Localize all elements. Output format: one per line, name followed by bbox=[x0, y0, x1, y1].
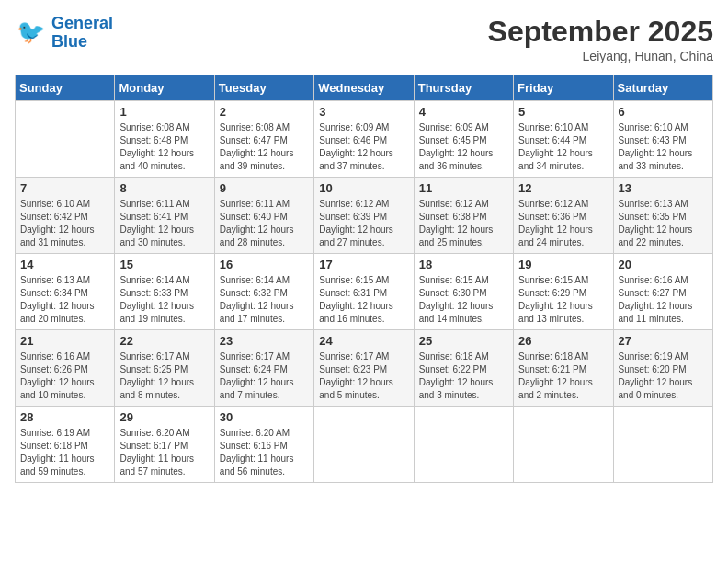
calendar-cell: 16Sunrise: 6:14 AM Sunset: 6:32 PM Dayli… bbox=[214, 254, 313, 330]
day-number: 8 bbox=[119, 181, 209, 195]
calendar-cell bbox=[613, 407, 712, 483]
calendar-cell: 6Sunrise: 6:10 AM Sunset: 6:43 PM Daylig… bbox=[613, 101, 712, 178]
day-info: Sunrise: 6:19 AM Sunset: 6:18 PM Dayligh… bbox=[20, 427, 109, 478]
day-info: Sunrise: 6:12 AM Sunset: 6:39 PM Dayligh… bbox=[319, 198, 408, 249]
logo: 🐦 General Blue bbox=[15, 15, 113, 52]
day-info: Sunrise: 6:20 AM Sunset: 6:16 PM Dayligh… bbox=[220, 427, 309, 478]
day-number: 25 bbox=[419, 334, 508, 348]
day-number: 21 bbox=[20, 334, 109, 348]
column-header-thursday: Thursday bbox=[414, 75, 513, 101]
calendar-cell: 28Sunrise: 6:19 AM Sunset: 6:18 PM Dayli… bbox=[16, 407, 115, 483]
calendar-cell: 17Sunrise: 6:15 AM Sunset: 6:31 PM Dayli… bbox=[314, 254, 414, 330]
day-info: Sunrise: 6:17 AM Sunset: 6:24 PM Dayligh… bbox=[220, 350, 309, 402]
calendar-cell bbox=[414, 407, 513, 483]
day-info: Sunrise: 6:13 AM Sunset: 6:35 PM Dayligh… bbox=[619, 198, 708, 249]
column-header-wednesday: Wednesday bbox=[314, 75, 414, 101]
day-number: 29 bbox=[119, 410, 209, 424]
day-info: Sunrise: 6:16 AM Sunset: 6:26 PM Dayligh… bbox=[20, 350, 109, 402]
day-number: 18 bbox=[419, 258, 508, 271]
day-info: Sunrise: 6:15 AM Sunset: 6:31 PM Dayligh… bbox=[319, 274, 408, 326]
day-info: Sunrise: 6:16 AM Sunset: 6:27 PM Dayligh… bbox=[619, 274, 708, 326]
day-info: Sunrise: 6:08 AM Sunset: 6:47 PM Dayligh… bbox=[220, 121, 309, 173]
day-info: Sunrise: 6:13 AM Sunset: 6:34 PM Dayligh… bbox=[20, 274, 109, 326]
logo-line2: Blue bbox=[51, 32, 87, 51]
calendar-cell: 9Sunrise: 6:11 AM Sunset: 6:40 PM Daylig… bbox=[214, 178, 313, 254]
day-info: Sunrise: 6:14 AM Sunset: 6:33 PM Dayligh… bbox=[119, 274, 209, 326]
calendar-week-3: 14Sunrise: 6:13 AM Sunset: 6:34 PM Dayli… bbox=[16, 254, 713, 330]
day-number: 19 bbox=[518, 258, 608, 271]
day-info: Sunrise: 6:14 AM Sunset: 6:32 PM Dayligh… bbox=[220, 274, 309, 326]
logo-text: General Blue bbox=[51, 15, 113, 52]
calendar-cell: 25Sunrise: 6:18 AM Sunset: 6:22 PM Dayli… bbox=[414, 330, 513, 407]
day-info: Sunrise: 6:10 AM Sunset: 6:43 PM Dayligh… bbox=[619, 121, 708, 173]
day-info: Sunrise: 6:15 AM Sunset: 6:30 PM Dayligh… bbox=[419, 274, 508, 326]
day-number: 30 bbox=[220, 410, 309, 424]
calendar-cell: 1Sunrise: 6:08 AM Sunset: 6:48 PM Daylig… bbox=[115, 101, 214, 178]
calendar-cell bbox=[314, 407, 414, 483]
calendar-cell: 29Sunrise: 6:20 AM Sunset: 6:17 PM Dayli… bbox=[115, 407, 214, 483]
column-header-monday: Monday bbox=[115, 75, 214, 101]
day-info: Sunrise: 6:08 AM Sunset: 6:48 PM Dayligh… bbox=[119, 121, 209, 173]
day-number: 27 bbox=[619, 334, 708, 348]
day-number: 2 bbox=[220, 105, 309, 119]
day-info: Sunrise: 6:12 AM Sunset: 6:36 PM Dayligh… bbox=[518, 198, 608, 249]
calendar-cell: 11Sunrise: 6:12 AM Sunset: 6:38 PM Dayli… bbox=[414, 178, 513, 254]
calendar-week-1: 1Sunrise: 6:08 AM Sunset: 6:48 PM Daylig… bbox=[16, 101, 713, 178]
calendar-cell: 23Sunrise: 6:17 AM Sunset: 6:24 PM Dayli… bbox=[214, 330, 313, 407]
day-number: 1 bbox=[119, 105, 209, 119]
day-number: 28 bbox=[20, 410, 109, 424]
calendar-cell: 22Sunrise: 6:17 AM Sunset: 6:25 PM Dayli… bbox=[115, 330, 214, 407]
day-number: 12 bbox=[518, 181, 608, 195]
day-info: Sunrise: 6:18 AM Sunset: 6:21 PM Dayligh… bbox=[518, 350, 608, 402]
calendar-cell: 14Sunrise: 6:13 AM Sunset: 6:34 PM Dayli… bbox=[16, 254, 115, 330]
calendar-cell: 2Sunrise: 6:08 AM Sunset: 6:47 PM Daylig… bbox=[214, 101, 313, 178]
month-title: September 2025 bbox=[488, 15, 713, 49]
day-number: 3 bbox=[319, 105, 408, 119]
day-number: 16 bbox=[220, 258, 309, 271]
page-header: 🐦 General Blue September 2025 Leiyang, H… bbox=[15, 15, 713, 63]
day-info: Sunrise: 6:10 AM Sunset: 6:42 PM Dayligh… bbox=[20, 198, 109, 249]
calendar-cell: 27Sunrise: 6:19 AM Sunset: 6:20 PM Dayli… bbox=[613, 330, 712, 407]
day-number: 7 bbox=[20, 181, 109, 195]
day-number: 24 bbox=[319, 334, 408, 348]
calendar-cell bbox=[514, 407, 613, 483]
calendar-cell: 24Sunrise: 6:17 AM Sunset: 6:23 PM Dayli… bbox=[314, 330, 414, 407]
day-number: 14 bbox=[20, 258, 109, 271]
column-header-saturday: Saturday bbox=[613, 75, 712, 101]
calendar-cell: 15Sunrise: 6:14 AM Sunset: 6:33 PM Dayli… bbox=[115, 254, 214, 330]
logo-icon: 🐦 bbox=[15, 17, 48, 50]
calendar-cell: 5Sunrise: 6:10 AM Sunset: 6:44 PM Daylig… bbox=[514, 101, 613, 178]
day-info: Sunrise: 6:09 AM Sunset: 6:45 PM Dayligh… bbox=[419, 121, 508, 173]
calendar-table: SundayMondayTuesdayWednesdayThursdayFrid… bbox=[15, 75, 713, 483]
calendar-cell: 10Sunrise: 6:12 AM Sunset: 6:39 PM Dayli… bbox=[314, 178, 414, 254]
column-header-friday: Friday bbox=[514, 75, 613, 101]
day-number: 10 bbox=[319, 181, 408, 195]
calendar-week-2: 7Sunrise: 6:10 AM Sunset: 6:42 PM Daylig… bbox=[16, 178, 713, 254]
day-info: Sunrise: 6:10 AM Sunset: 6:44 PM Dayligh… bbox=[518, 121, 608, 173]
calendar-cell: 21Sunrise: 6:16 AM Sunset: 6:26 PM Dayli… bbox=[16, 330, 115, 407]
calendar-cell: 3Sunrise: 6:09 AM Sunset: 6:46 PM Daylig… bbox=[314, 101, 414, 178]
day-number: 9 bbox=[220, 181, 309, 195]
column-header-tuesday: Tuesday bbox=[214, 75, 313, 101]
calendar-week-4: 21Sunrise: 6:16 AM Sunset: 6:26 PM Dayli… bbox=[16, 330, 713, 407]
day-number: 5 bbox=[518, 105, 608, 119]
svg-text:🐦: 🐦 bbox=[17, 17, 46, 46]
calendar-header-row: SundayMondayTuesdayWednesdayThursdayFrid… bbox=[16, 75, 713, 101]
title-block: September 2025 Leiyang, Hunan, China bbox=[488, 15, 713, 63]
day-number: 13 bbox=[619, 181, 708, 195]
day-number: 17 bbox=[319, 258, 408, 271]
day-info: Sunrise: 6:12 AM Sunset: 6:38 PM Dayligh… bbox=[419, 198, 508, 249]
calendar-cell: 30Sunrise: 6:20 AM Sunset: 6:16 PM Dayli… bbox=[214, 407, 313, 483]
day-number: 6 bbox=[619, 105, 708, 119]
calendar-cell bbox=[16, 101, 115, 178]
day-number: 4 bbox=[419, 105, 508, 119]
day-number: 20 bbox=[619, 258, 708, 271]
calendar-cell: 20Sunrise: 6:16 AM Sunset: 6:27 PM Dayli… bbox=[613, 254, 712, 330]
logo-line1: General bbox=[51, 14, 113, 32]
day-info: Sunrise: 6:11 AM Sunset: 6:41 PM Dayligh… bbox=[119, 198, 209, 249]
day-info: Sunrise: 6:15 AM Sunset: 6:29 PM Dayligh… bbox=[518, 274, 608, 326]
day-number: 22 bbox=[119, 334, 209, 348]
calendar-cell: 18Sunrise: 6:15 AM Sunset: 6:30 PM Dayli… bbox=[414, 254, 513, 330]
calendar-cell: 4Sunrise: 6:09 AM Sunset: 6:45 PM Daylig… bbox=[414, 101, 513, 178]
calendar-cell: 19Sunrise: 6:15 AM Sunset: 6:29 PM Dayli… bbox=[514, 254, 613, 330]
